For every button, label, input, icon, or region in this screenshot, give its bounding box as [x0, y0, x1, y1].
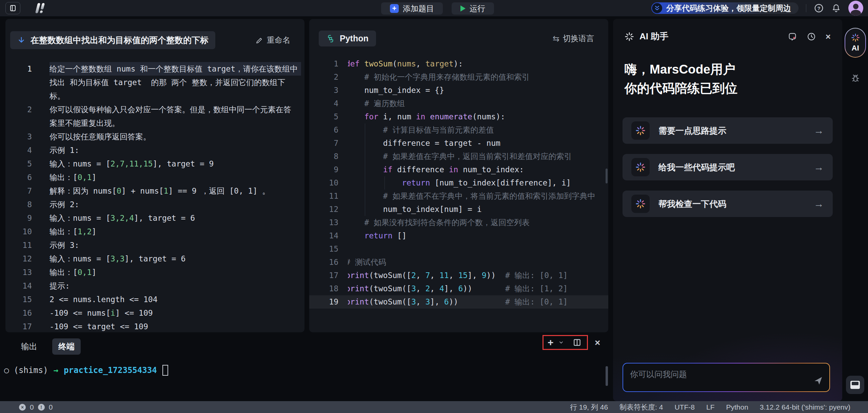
- ai-rail-button[interactable]: AI: [845, 28, 866, 58]
- prompt-venv: (shims): [14, 366, 48, 375]
- problem-line: 5输入：nums = [2,7,11,15], target = 9: [5, 157, 301, 171]
- terminal-tab-输出[interactable]: 输出: [15, 338, 43, 355]
- text-token: )): [449, 297, 505, 306]
- statusbar-item[interactable]: 3.12.2 64-bit ('shims': pyenv): [760, 403, 850, 411]
- bell-icon: [831, 3, 841, 13]
- avatar[interactable]: [848, 1, 863, 16]
- text-token: (nums):: [472, 112, 505, 121]
- split-panel-icon: [573, 338, 581, 347]
- ai-input-border: 你可以问我问题: [623, 363, 830, 392]
- debug-button[interactable]: [850, 73, 861, 83]
- code-editor[interactable]: 12345678910111213141516171819 def twoSum…: [309, 53, 608, 314]
- problem-line-number: 6: [5, 171, 32, 184]
- problem-line-text: 输入：nums = [3,3], target = 6: [50, 252, 301, 266]
- ai-greeting-line1: 嗨，MarsCode用户: [625, 60, 842, 79]
- terminal-scrollbar-thumb[interactable]: [606, 366, 608, 386]
- text-token: )): [463, 284, 505, 293]
- problem-line-text: 示例 3:: [50, 238, 301, 252]
- text-token: # 如果没有找到符合条件的两个数，返回空列表: [364, 218, 530, 227]
- text-token: 输入：nums = [: [50, 159, 111, 168]
- language-tab-label: Python: [340, 34, 369, 43]
- notifications-button[interactable]: [831, 3, 841, 13]
- ai-suggestion-list: 需要一点思路提示→给我一些代码提示吧→帮我检查一下代码→: [623, 117, 833, 217]
- add-problem-button[interactable]: + 添加题目: [381, 2, 443, 15]
- share-banner[interactable]: 分享代码练习体验，领限量定制周边: [651, 2, 798, 14]
- line-number: 14: [309, 229, 342, 242]
- marscode-logo[interactable]: [32, 2, 47, 14]
- pencil-icon: [255, 36, 263, 44]
- split-terminal-button[interactable]: [573, 338, 581, 347]
- text-token: 示例 3:: [50, 241, 79, 250]
- text-token: # 初始化一个字典用来存储数组元素的值和索引: [364, 73, 530, 81]
- rename-button[interactable]: 重命名: [253, 35, 292, 46]
- text-token: [348, 125, 383, 134]
- problem-line-number: 1: [5, 62, 32, 76]
- close-terminal-button[interactable]: ×: [593, 337, 602, 349]
- editor-scrollbar-thumb[interactable]: [606, 169, 608, 183]
- new-terminal-button[interactable]: +: [548, 337, 554, 348]
- switch-language-button[interactable]: ⇆ 切换语言: [551, 33, 596, 44]
- line-number: 13: [309, 216, 342, 229]
- send-button[interactable]: [813, 376, 823, 387]
- toggle-input-panel-button[interactable]: [846, 376, 864, 394]
- statusbar-item[interactable]: 制表符长度: 4: [619, 402, 663, 412]
- ai-question-input[interactable]: 你可以问我问题: [623, 363, 829, 391]
- sparkle-icon-box: [631, 195, 650, 213]
- text-token: i: [111, 309, 115, 317]
- text-token: for: [364, 112, 378, 121]
- problem-line: 6输出：[0,1]: [5, 171, 301, 184]
- text-token: enumerate: [430, 112, 472, 121]
- text-token: 9: [482, 271, 487, 280]
- text-token: twoSum: [364, 59, 392, 68]
- statusbar-item[interactable]: Python: [726, 403, 748, 411]
- text-token: ] == 9 ，返回 [0, 1] 。: [168, 186, 270, 195]
- line-number: 3: [309, 84, 342, 97]
- history-button[interactable]: [807, 32, 816, 41]
- ai-suggestion-card[interactable]: 帮我检查一下代码→: [623, 191, 833, 217]
- add-problem-label: 添加题目: [403, 3, 434, 14]
- problem-line-number: 7: [5, 184, 32, 198]
- text-token: i, num: [378, 112, 416, 121]
- statusbar-item[interactable]: LF: [706, 403, 715, 411]
- line-number: 6: [309, 123, 342, 137]
- language-tab-python[interactable]: Python: [319, 31, 376, 46]
- close-ai-panel-button[interactable]: ×: [826, 32, 831, 41]
- text-token: 输出：[: [50, 268, 78, 277]
- sidebar-toggle-button[interactable]: [5, 2, 20, 14]
- problem-line: 9输入：nums = [3,2,4], target = 6: [5, 211, 301, 225]
- text-token: 输入：nums = [: [50, 254, 111, 263]
- top-bar: + 添加题目 运行 分享代码练习体验，领限量定制周边 ?: [0, 0, 868, 16]
- problem-line-text: 示例 1:: [50, 143, 301, 157]
- ai-suggestion-card[interactable]: 需要一点思路提示→: [623, 117, 833, 144]
- problem-line-text: 你可以假设每种输入只会对应一个答案。但是，数组中同一个元素在答: [50, 103, 301, 116]
- plus-icon: +: [390, 4, 399, 13]
- new-chat-button[interactable]: [788, 32, 797, 41]
- ai-suggestion-label: 需要一点思路提示: [658, 125, 726, 136]
- help-button[interactable]: ?: [814, 3, 824, 13]
- text-token: ,: [430, 271, 439, 280]
- text-token: 3,3: [111, 254, 125, 263]
- problem-line-text: 案里不能重复出现。: [50, 116, 301, 130]
- problem-line-text: 找出 和为目标值 target 的那 两个 整数，并返回它们的数组下: [50, 76, 301, 89]
- text-token: [348, 73, 364, 81]
- problem-line: 案里不能重复出现。: [5, 116, 301, 130]
- statusbar-item[interactable]: UTF-8: [674, 403, 695, 411]
- problem-text[interactable]: 1给定一个整数数组 nums 和一个整数目标值 target，请你在该数组中找出…: [5, 57, 304, 332]
- problem-line: 标。: [5, 89, 301, 103]
- line-number: 7: [309, 137, 342, 150]
- problem-title-tab[interactable]: 在整数数组中找出和为目标值的两个整数的下标: [10, 31, 215, 49]
- statusbar-item[interactable]: 行 19, 列 46: [570, 402, 608, 412]
- text-token: ,: [416, 271, 426, 280]
- chevron-down-icon[interactable]: [558, 340, 564, 345]
- text-token: (twoSum([: [369, 271, 411, 280]
- problems-status[interactable]: × 0 ! 0: [19, 403, 53, 411]
- arrow-down-icon: [17, 36, 26, 45]
- text-token: ):: [454, 59, 463, 68]
- terminal-tab-终端[interactable]: 终端: [52, 338, 81, 355]
- text-token: [348, 178, 402, 187]
- run-label: 运行: [470, 3, 485, 14]
- run-button[interactable]: 运行: [452, 2, 494, 15]
- code-area[interactable]: def twoSum(nums, target): # 初始化一个字典用来存储数…: [348, 57, 606, 314]
- ai-suggestion-card[interactable]: 给我一些代码提示吧→: [623, 154, 833, 180]
- terminal-prompt[interactable]: ○ (shims) → practice_1723554334: [4, 365, 168, 376]
